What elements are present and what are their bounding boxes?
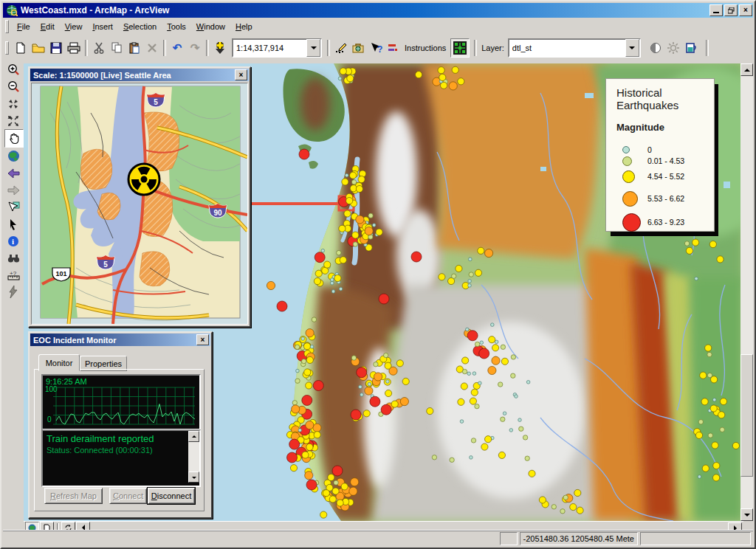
eoc-window-titlebar[interactable]: EOC Incident Monitor × xyxy=(30,334,210,346)
vertical-scroll-thumb[interactable] xyxy=(740,354,753,477)
identify-info-icon: i xyxy=(7,235,19,247)
eoc-window-title: EOC Incident Monitor xyxy=(33,336,116,345)
scale-combobox[interactable]: 1:14,317,914 xyxy=(232,38,322,58)
earthquake-dot xyxy=(511,355,515,359)
brightness-button[interactable] xyxy=(664,39,682,57)
whats-this-button[interactable]: ? xyxy=(368,39,385,57)
earthquake-dot xyxy=(338,77,342,80)
seattle-window-titlebar[interactable]: Scale: 1:1500000 [Live] Seattle Area × xyxy=(30,69,249,81)
menu-grip[interactable] xyxy=(5,20,9,33)
eoc-message-scrollbar[interactable] xyxy=(188,431,199,483)
full-extent-button[interactable] xyxy=(4,148,22,165)
redo-button[interactable]: ↷ xyxy=(186,39,204,57)
find-button[interactable] xyxy=(4,249,22,266)
menu-window[interactable]: Window xyxy=(191,20,230,33)
go-back-button[interactable] xyxy=(4,165,22,182)
earthquake-dot xyxy=(456,265,462,272)
copy-button[interactable] xyxy=(108,39,126,57)
delete-button[interactable] xyxy=(143,39,161,57)
earthquake-dot xyxy=(438,67,444,74)
interstate-5-shield-south: 5 xyxy=(97,255,114,269)
layer-combobox[interactable]: dtl_st xyxy=(508,38,641,58)
earthquake-dot xyxy=(471,389,478,396)
transparency-button[interactable] xyxy=(682,39,700,57)
menu-view[interactable]: View xyxy=(60,20,88,33)
open-button[interactable] xyxy=(30,39,47,57)
earthquake-dot xyxy=(698,475,701,479)
map-vertical-scrollbar[interactable] xyxy=(740,63,753,521)
menu-edit[interactable]: Edit xyxy=(35,20,60,33)
undo-button[interactable]: ↶ xyxy=(168,39,186,57)
menu-selection[interactable]: Selection xyxy=(118,20,162,33)
add-data-button[interactable] xyxy=(211,39,229,57)
toolbox-button[interactable] xyxy=(350,39,368,57)
earthquake-dot xyxy=(511,373,515,378)
earthquake-dot xyxy=(337,250,341,255)
minimize-button[interactable] xyxy=(709,4,723,16)
hyperlink-button[interactable] xyxy=(4,283,22,300)
identify-button[interactable]: i xyxy=(4,232,22,249)
earthquake-dot xyxy=(472,372,476,376)
status-cell-right xyxy=(640,532,751,545)
seattle-map[interactable]: 5 90 5 101 xyxy=(31,83,248,325)
cut-button[interactable] xyxy=(90,39,108,57)
earthquake-dot xyxy=(458,398,464,405)
contrast-button[interactable] xyxy=(647,39,664,57)
connect-button[interactable]: Connect xyxy=(109,488,147,504)
earthquake-dot xyxy=(370,396,380,407)
save-button[interactable] xyxy=(47,39,65,57)
layer-value: dtl_st xyxy=(509,44,625,52)
menu-file[interactable]: File xyxy=(12,20,35,33)
fixed-zoom-in-button[interactable] xyxy=(4,95,22,112)
seattle-window-close-button[interactable]: × xyxy=(235,69,247,80)
go-forward-button[interactable] xyxy=(4,182,22,198)
earthquake-dot xyxy=(340,257,346,263)
eoc-message-panel: Train derailment reported Status: Connec… xyxy=(41,429,201,487)
earthquake-dot xyxy=(374,362,378,367)
zoom-out-button[interactable] xyxy=(4,78,22,95)
seattle-area-window: Scale: 1:1500000 [Live] Seattle Area × xyxy=(28,66,251,328)
layer-dropdown-button[interactable] xyxy=(625,39,639,57)
refresh-map-button[interactable]: Refresh Map xyxy=(44,488,103,504)
menu-tools[interactable]: Tools xyxy=(162,20,191,33)
earthquake-dot xyxy=(331,290,335,294)
pan-button[interactable] xyxy=(4,129,24,148)
fixed-zoom-out-button[interactable] xyxy=(4,112,22,129)
instruction-grid-button[interactable] xyxy=(450,38,470,58)
zoom-in-button[interactable] xyxy=(4,61,22,78)
scroll-up-button[interactable] xyxy=(740,63,753,76)
earthquake-dot xyxy=(365,227,373,235)
eoc-tool-button[interactable] xyxy=(385,39,400,57)
editor-button[interactable] xyxy=(332,39,350,57)
measure-button[interactable]: +? xyxy=(4,266,22,283)
save-floppy-icon xyxy=(50,42,62,54)
seattle-window-title: Scale: 1:1500000 [Live] Seattle Area xyxy=(33,71,171,80)
title-bar[interactable]: WestCoast.mxd - ArcMap - ArcView × xyxy=(3,3,753,18)
earthquake-dot xyxy=(368,382,371,386)
restore-button[interactable] xyxy=(724,4,738,16)
menu-help[interactable]: Help xyxy=(230,20,258,33)
scale-dropdown-button[interactable] xyxy=(306,39,320,57)
menu-insert[interactable]: Insert xyxy=(87,20,118,33)
close-button[interactable]: × xyxy=(739,4,752,16)
print-button[interactable] xyxy=(65,39,83,57)
new-document-button[interactable] xyxy=(12,39,30,57)
earthquake-dot xyxy=(384,353,388,357)
eoc-window-close-button[interactable]: × xyxy=(196,334,209,345)
select-features-button[interactable] xyxy=(4,198,22,215)
earthquake-dot xyxy=(328,474,334,480)
select-elements-button[interactable] xyxy=(4,215,22,232)
toolbar-grip[interactable] xyxy=(5,41,9,55)
tab-monitor[interactable]: Monitor xyxy=(38,354,80,371)
add-data-icon xyxy=(213,41,227,55)
contrast-icon xyxy=(650,42,662,54)
earthquake-legend[interactable]: Historical Earthquakes Magnitude 00.01 -… xyxy=(605,78,715,232)
earthquake-dot xyxy=(306,356,313,363)
earthquake-dot xyxy=(686,247,693,254)
earthquake-dot xyxy=(416,72,422,78)
earthquake-dot xyxy=(491,323,495,327)
disconnect-button[interactable]: Disconnect xyxy=(148,488,195,504)
scroll-down-button[interactable] xyxy=(740,508,753,521)
earthquake-dot xyxy=(267,281,275,289)
paste-button[interactable] xyxy=(126,39,143,57)
